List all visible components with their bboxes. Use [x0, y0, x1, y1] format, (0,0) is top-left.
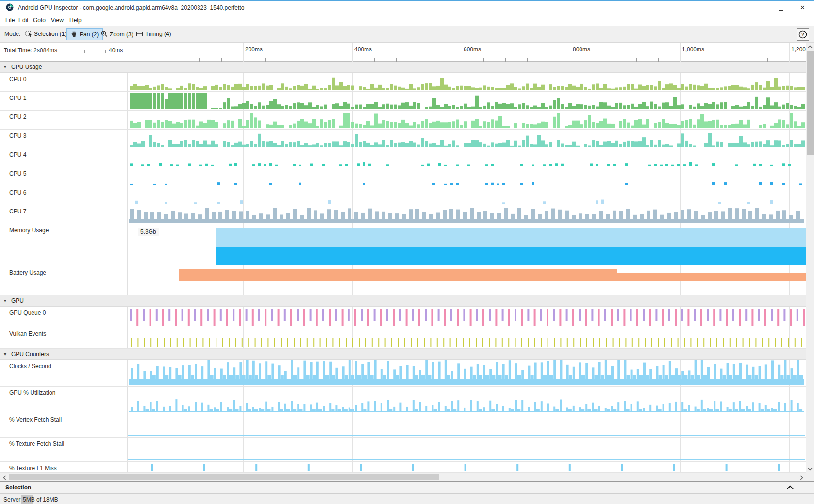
track-row-memory-usage: Memory Usage5.3Gb — [0, 224, 806, 266]
track-row-cpu-1: CPU 1 — [0, 92, 806, 111]
scroll-down-icon[interactable] — [808, 467, 813, 471]
track-chart[interactable] — [127, 205, 806, 224]
section-header-cpu-usage[interactable]: ▾CPU Usage — [0, 62, 806, 73]
minimize-button[interactable]: — — [748, 1, 770, 15]
track-chart[interactable] — [127, 387, 806, 413]
scale-label: 40ms — [109, 47, 123, 54]
track-chart[interactable] — [127, 307, 806, 327]
track-row-cpu-6: CPU 6 — [0, 186, 806, 205]
selection-panel-title: Selection — [5, 484, 31, 491]
scrollbar-corner — [806, 473, 814, 481]
track-label: CPU 3 — [9, 132, 26, 139]
track-chart[interactable] — [127, 186, 806, 205]
server-memory-progress: 5MB of 18MB — [21, 495, 61, 504]
server-label: Server: — [3, 496, 22, 503]
track-label: Clocks / Second — [9, 363, 51, 370]
track-row-gpu-utilization: GPU % Utilization — [0, 387, 806, 413]
ruler-minor-ticks — [134, 58, 804, 62]
vertical-scrollbar-thumb[interactable] — [807, 51, 814, 155]
track-chart[interactable] — [127, 130, 806, 148]
section-label: CPU Usage — [11, 64, 42, 70]
total-time-label: Total Time: 2s084ms — [4, 47, 57, 54]
scroll-right-icon[interactable] — [800, 475, 803, 480]
track-label: CPU 6 — [9, 189, 26, 196]
collapse-up-icon[interactable] — [786, 485, 794, 490]
track-row-cpu-7: CPU 7 — [0, 205, 806, 224]
collapse-arrow-icon[interactable]: ▾ — [4, 351, 6, 357]
track-label: % Vertex Fetch Stall — [9, 416, 62, 423]
track-row--texture-fetch-stall: % Texture Fetch Stall — [0, 438, 806, 462]
app-window: Android GPU Inspector - com.google.andro… — [0, 0, 814, 504]
menu-bar: File Edit Goto View Help — [0, 15, 814, 25]
track-chart[interactable] — [127, 360, 806, 386]
scroll-left-icon[interactable] — [3, 475, 6, 480]
track-row-vulkan-events: Vulkan Events — [0, 327, 806, 349]
scroll-up-icon[interactable] — [808, 45, 813, 49]
track-chart[interactable] — [127, 73, 806, 91]
zoom-icon — [101, 31, 108, 37]
server-memory-value: 5MB of 18MB — [23, 496, 58, 503]
ruler-tick-label: 400ms — [354, 46, 372, 53]
section-label: GPU — [11, 297, 24, 304]
menu-goto[interactable]: Goto — [31, 16, 48, 25]
collapse-arrow-icon[interactable]: ▾ — [4, 298, 6, 303]
menu-file[interactable]: File — [3, 16, 17, 25]
track-label: CPU 7 — [9, 208, 26, 215]
horizontal-scrollbar[interactable] — [0, 473, 806, 481]
track-label: Vulkan Events — [9, 330, 46, 337]
section-label: GPU Counters — [11, 351, 49, 358]
track-label: CPU 2 — [9, 114, 26, 120]
app-logo-icon — [6, 3, 14, 13]
track-chart[interactable] — [127, 111, 806, 129]
track-label: % Texture Fetch Stall — [9, 440, 64, 447]
help-icon: ? — [798, 30, 807, 39]
collapse-arrow-icon[interactable]: ▾ — [4, 64, 6, 69]
timeline-ruler[interactable]: Total Time: 2s084ms 40ms 200ms400ms600ms… — [0, 43, 806, 62]
close-button[interactable]: ✕ — [792, 1, 814, 15]
track-chart[interactable] — [127, 224, 806, 266]
track-chart[interactable] — [127, 92, 806, 110]
track-chart[interactable] — [127, 327, 806, 348]
menu-help[interactable]: Help — [67, 16, 83, 25]
track-chart[interactable] — [127, 266, 806, 295]
track-chart[interactable] — [127, 438, 806, 461]
track-label: CPU 1 — [9, 95, 26, 101]
track-label: CPU 4 — [9, 151, 26, 158]
timeline-tracks: ▾CPU UsageCPU 0CPU 1CPU 2CPU 3CPU 4CPU 5… — [0, 62, 806, 473]
track-label: GPU % Utilization — [9, 390, 55, 396]
window-title: Android GPU Inspector - com.google.andro… — [18, 4, 244, 11]
timing-mode-button[interactable]: Timing (4) — [132, 28, 176, 40]
timing-icon — [136, 31, 143, 37]
menu-view[interactable]: View — [49, 16, 66, 25]
selection-mode-button[interactable]: Selection (1) — [21, 28, 71, 40]
maximize-icon — [779, 6, 783, 11]
section-header-gpu-counters[interactable]: ▾GPU Counters — [0, 349, 806, 360]
track-row-cpu-3: CPU 3 — [0, 130, 806, 148]
track-row-gpu-queue-0: GPU Queue 0 — [0, 307, 806, 327]
ruler-zero-divider — [134, 43, 134, 62]
track-row-cpu-0: CPU 0 — [0, 73, 806, 92]
track-row-cpu-5: CPU 5 — [0, 167, 806, 186]
vertical-scrollbar[interactable] — [806, 43, 814, 473]
help-button[interactable]: ? — [797, 28, 809, 41]
track-label: CPU 0 — [9, 76, 26, 82]
track-label: CPU 5 — [9, 170, 26, 177]
mode-toolbar: Mode: Selection (1) Pan (2) Zoom (3) — [0, 26, 814, 43]
maximize-button[interactable] — [770, 1, 792, 15]
menu-edit[interactable]: Edit — [17, 16, 31, 25]
track-chart[interactable] — [127, 462, 806, 472]
ruler-tick-label: 200ms — [245, 46, 263, 53]
track-chart[interactable] — [127, 413, 806, 437]
track-row--texture-l1-miss: % Texture L1 Miss — [0, 462, 806, 473]
memory-value-badge: 5.3Gb — [138, 228, 159, 236]
section-header-gpu[interactable]: ▾GPU — [0, 295, 806, 307]
horizontal-scrollbar-thumb[interactable] — [9, 474, 439, 480]
selection-icon — [25, 31, 32, 37]
track-chart[interactable] — [127, 167, 806, 186]
scale-bracket-icon — [84, 50, 106, 53]
track-chart[interactable] — [127, 148, 806, 167]
title-bar[interactable]: Android GPU Inspector - com.google.andro… — [0, 1, 814, 15]
track-label: % Texture L1 Miss — [9, 465, 57, 471]
selection-panel-header[interactable]: Selection — [0, 481, 814, 494]
track-label: Battery Usage — [9, 269, 46, 276]
